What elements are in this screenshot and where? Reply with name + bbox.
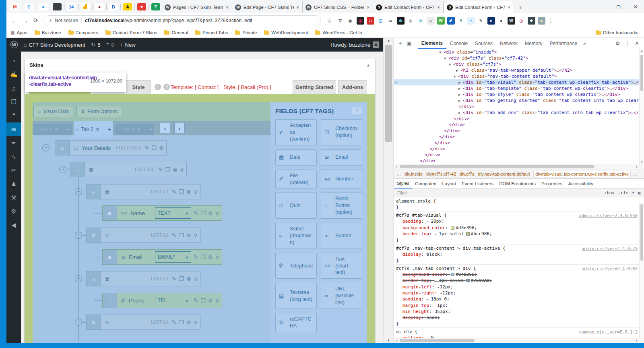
color-swatch[interactable] <box>451 273 454 276</box>
sidebar-item-settings[interactable]: ⚙ <box>6 205 21 218</box>
pinned-tab-maroon-circle[interactable]: ● <box>95 3 104 10</box>
tree-row-email[interactable]: ≡✉EmailEMAIL*∨✎❐⊗∨ <box>102 249 222 265</box>
collapse-node-icon[interactable]: − <box>75 232 82 239</box>
chevron-down-icon[interactable]: ∨ <box>215 210 219 216</box>
browser-tab[interactable]: SEdit Contact Form ‹ CF7 Skins✕ <box>373 1 444 13</box>
dom-tree-line[interactable]: </div> <box>394 146 644 152</box>
sidebar-item-plugins[interactable]: ϟ <box>6 150 21 164</box>
expand-arrow-icon[interactable]: ▸ <box>434 232 439 236</box>
stylesheet-link[interactable]: common.min.…ver=5.6.1:2 <box>579 329 638 335</box>
tree-row-your-details[interactable]: ≡❏Your DetailsFIELDSET✎❐⊗ <box>55 140 167 155</box>
drag-handle-icon[interactable]: ≡ <box>55 141 70 155</box>
devtools-close-icon[interactable]: ✕ <box>635 40 639 46</box>
next-tab-arrow[interactable]: › <box>174 123 185 133</box>
field-button-telephone[interactable]: ✆Telephone <box>275 253 317 279</box>
tree-row-list-li[interactable]: ≡≣LIST-LI✎❐⊗∨ <box>86 271 200 286</box>
other-bookmarks[interactable]: Other bookmarks <box>596 30 638 35</box>
css-property[interactable]: border-top: ▸ 1px solid #7E99AD; <box>396 278 644 284</box>
tab-delete-icon[interactable]: ✕ <box>137 127 140 132</box>
updates-link[interactable]: ↻ 5 <box>91 41 101 48</box>
expand-arrow-icon[interactable]: ▸ <box>427 220 431 224</box>
tree-row-list-li[interactable]: ≡≣LIST-LI✎❐⊗∨ <box>86 315 200 330</box>
extension-camera-icon[interactable]: ◉ <box>347 17 354 25</box>
scroll-down-icon[interactable]: ▼ <box>640 161 644 164</box>
dom-tree-line[interactable]: </div> <box>394 140 644 146</box>
field-button-submit[interactable]: ➢Submit <box>321 223 362 249</box>
extension-react-dark-icon[interactable]: ⊛ <box>397 17 405 25</box>
css-property[interactable]: display: none; <box>396 315 644 321</box>
drag-handle-icon[interactable]: ≡ <box>103 293 117 308</box>
copy-icon[interactable]: ❐ <box>165 166 170 173</box>
scroll-up-icon[interactable]: ▲ <box>640 50 644 52</box>
settings-gear-icon[interactable]: ⚙ <box>615 40 620 46</box>
copy-icon[interactable]: ❐ <box>179 319 184 325</box>
site-name-link[interactable]: ⌂ CF7 Skins Development <box>23 41 85 48</box>
expand-arrow-icon[interactable]: ▸ <box>434 279 439 283</box>
dom-tree-line[interactable]: ▶<div id="tab-template" class="tab-conte… <box>394 85 644 91</box>
scroll-up-icon[interactable]: ▲ <box>384 39 394 42</box>
styles-tab-computed[interactable]: Computed <box>412 179 439 188</box>
extension-red-grid-icon[interactable]: ∷ <box>367 17 374 25</box>
copy-icon[interactable]: ❐ <box>200 254 206 260</box>
css-property[interactable]: margin-right: -12px; <box>396 290 644 296</box>
pinned-tab-green-t[interactable]: T <box>151 3 160 10</box>
bookmark-folder[interactable]: WordPress - Get In... <box>315 30 366 35</box>
wp-logo[interactable]: W <box>10 41 18 48</box>
copy-icon[interactable]: ❐ <box>179 188 184 195</box>
extension-color-picker-icon[interactable]: ✐ <box>447 17 455 25</box>
stylesheet-link[interactable]: admin.css?ver=2.4.0:69 <box>582 266 638 272</box>
delete-icon[interactable]: ⊗ <box>173 166 178 173</box>
back-button[interactable]: ← <box>10 17 20 24</box>
edit-icon[interactable]: ✎ <box>194 210 198 216</box>
chevron-down-icon[interactable]: ∨ <box>194 276 198 282</box>
collapse-node-icon[interactable]: − <box>75 319 82 326</box>
devtools-menu-icon[interactable]: ⋮ <box>625 40 630 46</box>
form-options-button[interactable]: ⚙ Form Options <box>76 106 122 117</box>
inspect-element-icon[interactable]: ⌖ <box>399 40 402 47</box>
elements-tree[interactable]: ▼<div class="inside">▼<div id="cf7s" cla… <box>394 49 644 164</box>
forward-button[interactable]: → <box>20 17 31 24</box>
tab-delete-icon[interactable]: ✕ <box>96 127 99 132</box>
styles-tab-event-listeners[interactable]: Event Listeners <box>459 179 496 188</box>
more-tabs-icon[interactable]: » <box>583 40 586 46</box>
dom-tree-line[interactable]: </div> <box>394 122 644 128</box>
pinned-tab-calendar[interactable]: 14 <box>67 3 76 10</box>
breadcrumb-item[interactable]: div#cf7s.cf7-42 <box>426 172 456 176</box>
expand-arrow-icon[interactable]: ▸ <box>427 297 431 301</box>
extension-dark-oval-icon[interactable]: ● <box>497 17 505 25</box>
dom-tree-line[interactable]: </div> <box>394 158 644 164</box>
sidebar-item-appearance[interactable]: ✒ <box>6 136 21 150</box>
scroll-right-icon[interactable]: ▸ <box>634 338 639 343</box>
device-toolbar-icon[interactable]: ▣ <box>407 40 411 46</box>
sidebar-item-pages[interactable]: ❐ <box>6 95 21 109</box>
field-type-select[interactable]: EMAIL*∨ <box>155 251 191 263</box>
sidebar-item-posts[interactable]: ✍ <box>6 68 21 81</box>
extension-wp-green-icon[interactable]: W <box>437 17 445 25</box>
extension-clock-icon[interactable]: ◷ <box>518 17 525 25</box>
field-button-quiz[interactable]: ☉Quiz <box>275 193 317 219</box>
collapse-toggle-icon[interactable]: ▲ <box>366 59 370 71</box>
delete-icon[interactable]: ⊗ <box>186 188 191 195</box>
browser-tab[interactable]: WCF7 Skins CSS – Folders & File✕ <box>303 1 373 13</box>
dom-tree-line[interactable]: ▶<div id="tab-style" class="tab-content … <box>394 91 644 97</box>
devtools-tab-sources[interactable]: Sources <box>471 38 496 49</box>
scroll-down-icon[interactable]: ▼ <box>384 339 394 342</box>
tab-close-icon[interactable]: ✕ <box>437 5 440 10</box>
chevron-down-icon[interactable]: ∨ <box>194 232 198 238</box>
h-scroll-thumb[interactable] <box>400 165 594 168</box>
toggle-sidebar-icon[interactable]: ◧ <box>638 190 641 195</box>
collapse-node-icon[interactable]: − <box>42 144 50 151</box>
close-button[interactable]: ✕ <box>627 4 644 10</box>
chevron-down-icon[interactable]: ∨ <box>180 166 184 173</box>
dom-tree-line[interactable]: ▼<div class="inside"> <box>394 49 644 55</box>
help-badge[interactable]: ? <box>163 84 170 90</box>
chevron-down-icon[interactable]: ∨ <box>215 297 219 304</box>
styles-h-scrollbar[interactable]: ◂ ▸ <box>394 338 644 343</box>
edit-icon[interactable]: ✎ <box>144 145 149 151</box>
css-property[interactable]: min-height: 353px; <box>396 309 644 315</box>
edit-icon[interactable]: ✎ <box>194 254 198 260</box>
breadcrumb-item[interactable]: div.inside <box>405 172 423 176</box>
sidebar-item-contact[interactable]: ✉ <box>6 122 21 136</box>
styles-tab-properties[interactable]: Properties <box>539 179 565 188</box>
notice-badge[interactable]: ! <box>155 84 161 90</box>
